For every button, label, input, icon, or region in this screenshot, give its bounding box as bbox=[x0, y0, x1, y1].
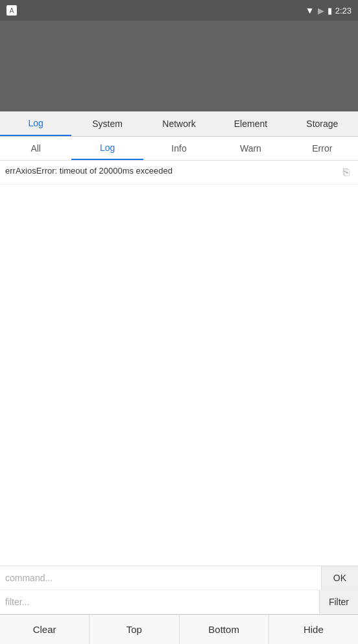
signal-icon: ▶ bbox=[318, 6, 324, 16]
ok-button[interactable]: OK bbox=[321, 566, 358, 590]
tab-log[interactable]: Log bbox=[0, 111, 71, 136]
wifi-icon: ▼ bbox=[305, 5, 315, 16]
copy-icon[interactable]: ⎘ bbox=[340, 166, 353, 179]
main-tab-bar: Log System Network Element Storage bbox=[0, 111, 358, 137]
command-input[interactable] bbox=[0, 566, 321, 590]
log-content-area: errAxiosError: timeout of 20000ms exceed… bbox=[0, 161, 358, 566]
app-icon: A bbox=[6, 5, 17, 16]
tab-system[interactable]: System bbox=[71, 111, 143, 136]
subtab-log[interactable]: Log bbox=[71, 137, 143, 160]
bottom-button[interactable]: Bottom bbox=[180, 615, 269, 644]
command-row: OK bbox=[0, 566, 358, 590]
subtab-info[interactable]: Info bbox=[143, 137, 215, 160]
status-bar-right: ▼ ▶ ▮ 2:23 bbox=[305, 5, 352, 16]
input-area: OK Filter bbox=[0, 566, 358, 614]
subtab-error[interactable]: Error bbox=[287, 137, 358, 160]
bottom-action-bar: Clear Top Bottom Hide bbox=[0, 614, 358, 644]
time-display: 2:23 bbox=[335, 6, 352, 16]
tab-storage[interactable]: Storage bbox=[287, 111, 358, 136]
tab-network[interactable]: Network bbox=[143, 111, 215, 136]
clear-button[interactable]: Clear bbox=[0, 615, 90, 644]
top-gray-area bbox=[0, 21, 358, 111]
filter-button[interactable]: Filter bbox=[319, 590, 358, 614]
status-bar: A ▼ ▶ ▮ 2:23 bbox=[0, 0, 358, 21]
filter-input[interactable] bbox=[0, 590, 319, 614]
sub-tab-bar: All Log Info Warn Error bbox=[0, 137, 358, 161]
subtab-all[interactable]: All bbox=[0, 137, 71, 160]
status-bar-left: A bbox=[6, 5, 17, 16]
filter-row: Filter bbox=[0, 590, 358, 614]
subtab-warn[interactable]: Warn bbox=[215, 137, 286, 160]
log-entry-text: errAxiosError: timeout of 20000ms exceed… bbox=[5, 166, 336, 176]
table-row: errAxiosError: timeout of 20000ms exceed… bbox=[0, 161, 358, 185]
hide-button[interactable]: Hide bbox=[269, 615, 358, 644]
battery-icon: ▮ bbox=[328, 6, 332, 16]
top-button[interactable]: Top bbox=[90, 615, 179, 644]
tab-element[interactable]: Element bbox=[215, 111, 286, 136]
